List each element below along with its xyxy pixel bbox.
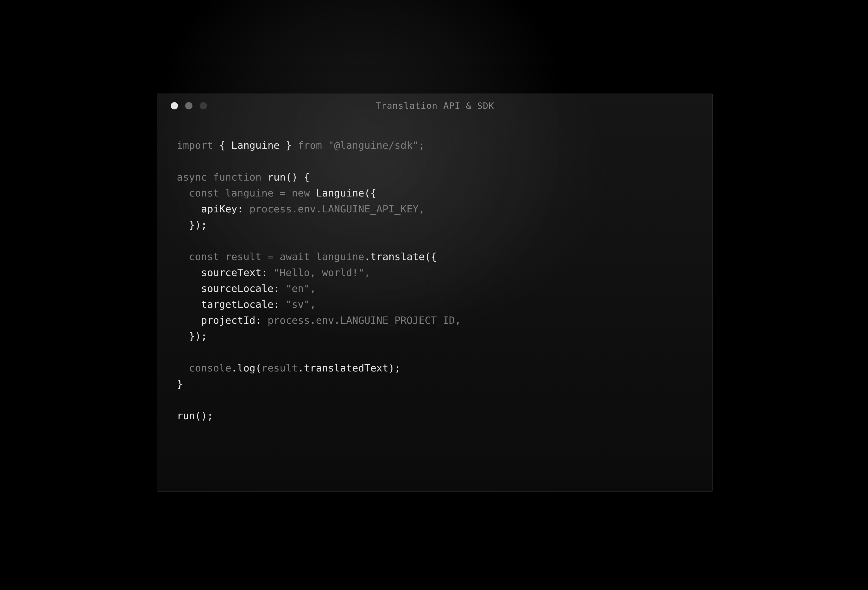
val-targetlocale: "sv" <box>286 299 310 310</box>
call-run: run <box>177 410 195 421</box>
val-projectid: process.env.LANGUINE_PROJECT_ID <box>267 315 455 326</box>
fn-name: run <box>267 172 286 183</box>
kw-import: import <box>177 139 213 151</box>
code-window: Translation API & SDK import { Languine … <box>157 93 713 492</box>
import-name: Languine <box>231 139 279 151</box>
log-arg1: result <box>261 362 298 374</box>
val-apikey: process.env.LANGUINE_API_KEY <box>249 203 419 214</box>
prop-sourcelocale: sourceLocale <box>201 283 274 294</box>
var-result: result <box>225 251 261 262</box>
window-title: Translation API & SDK <box>157 101 712 111</box>
prop-apikey: apiKey <box>201 203 238 214</box>
val-sourcetext: "Hello, world!" <box>274 267 364 278</box>
val-sourcelocale: "en" <box>286 283 310 294</box>
prop-projectid: projectId <box>201 315 255 326</box>
ctor: Languine <box>316 187 364 199</box>
prop-targetlocale: targetLocale <box>201 299 274 310</box>
import-source: "@languine/sdk" <box>328 139 419 151</box>
console-obj: console <box>189 362 231 374</box>
code-block: import { Languine } from "@languine/sdk"… <box>157 118 712 424</box>
prop-sourcetext: sourceText <box>201 267 261 278</box>
log-arg2: translatedText <box>304 362 388 374</box>
console-method: log <box>238 362 255 374</box>
callee: languine <box>316 251 364 262</box>
window-titlebar: Translation API & SDK <box>157 94 712 118</box>
method-translate: translate <box>371 251 425 262</box>
